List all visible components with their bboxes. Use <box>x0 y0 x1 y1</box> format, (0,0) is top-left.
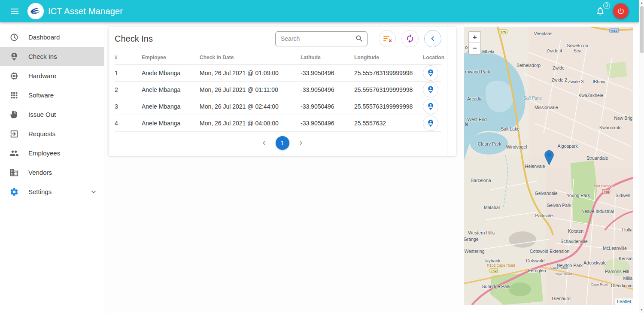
cell-num: 1 <box>115 65 142 82</box>
sidebar-item-label: Check Ins <box>28 53 98 60</box>
sidebar-item-label: Vendors <box>28 169 98 176</box>
map-label: Sidwell <box>616 193 630 198</box>
clear-filter-button[interactable] <box>379 30 396 47</box>
column-header: Employee <box>142 51 200 65</box>
map-label: Cleary Park <box>478 141 501 146</box>
cell-employee: Anele Mbanga <box>142 65 200 82</box>
map-label: Cape Road <box>591 283 608 286</box>
app-root: ICT Asset Manager 0 Dashboard Check Ins … <box>0 0 644 313</box>
refresh-button[interactable] <box>401 30 419 47</box>
map-label: Korsten <box>568 228 583 234</box>
column-header: Longitude <box>354 51 423 65</box>
map-marker[interactable] <box>544 150 554 165</box>
map-label: Malabar <box>484 205 500 210</box>
collapse-panel-button[interactable] <box>424 30 441 47</box>
pagination-prev-button[interactable] <box>258 137 270 149</box>
sidebar-item-label: Settings <box>28 188 80 195</box>
map-label: Windvogel <box>506 144 527 149</box>
column-header: # <box>115 51 142 65</box>
cell-employee: Anele Mbanga <box>142 98 200 115</box>
row-location-button[interactable] <box>423 65 438 81</box>
map-label: Zwide 2 <box>551 77 567 82</box>
cell-num: 2 <box>115 82 142 98</box>
search-icon <box>355 34 364 43</box>
refresh-icon <box>405 34 415 43</box>
column-header: Location <box>423 51 441 65</box>
map-label: Kensin <box>619 256 632 261</box>
cell-lng: 25.555763199999998 <box>354 98 423 115</box>
cell-lng: 25.555763199999998 <box>354 65 423 82</box>
notifications-button[interactable]: 0 <box>592 3 609 20</box>
sidebar-item-vendors[interactable]: Vendors <box>0 163 104 182</box>
sidebar-item-hardware[interactable]: Hardware <box>0 66 104 85</box>
sidebar-item-issue-out[interactable]: Issue Out <box>0 105 104 124</box>
map-label: Struandale <box>586 155 608 161</box>
cell-lat: -33.9050496 <box>301 82 354 98</box>
cell-date: Mon, 26 Jul 2021 @ 01:09:00 <box>200 65 301 82</box>
pagination-next-button[interactable] <box>295 137 307 149</box>
column-header: Latitude <box>301 51 354 65</box>
topbar: ICT Asset Manager 0 <box>0 0 639 22</box>
cell-location <box>423 115 441 132</box>
map-label: KwaZakhele <box>578 93 603 98</box>
zoom-in-button[interactable]: + <box>469 32 480 43</box>
map-label: 748 <box>602 189 610 194</box>
exit-icon <box>9 129 19 139</box>
people-icon <box>9 149 19 158</box>
row-location-button[interactable] <box>423 99 438 114</box>
map-label: le <box>465 122 468 127</box>
map-label: Young Park <box>567 193 590 198</box>
page-scrollbar[interactable] <box>639 0 644 313</box>
filter-remove-icon <box>383 34 392 43</box>
cell-employee: Anele Mbanga <box>142 115 200 132</box>
sidebar-item-dashboard[interactable]: Dashboard <box>0 27 104 47</box>
checkins-card: Check Ins #EmployeeCheck In DateLatitude… <box>109 27 456 156</box>
map-label: Western Hills <box>468 230 495 235</box>
sidebar-item-software[interactable]: Software <box>0 85 104 105</box>
app-title: ICT Asset Manager <box>48 6 123 16</box>
map-label: Westering <box>464 249 484 254</box>
map-label: Parkside <box>535 213 553 218</box>
map-label: Zwide 3 <box>568 79 584 84</box>
toolbar <box>379 30 441 47</box>
cell-lat: -33.9050496 <box>301 115 354 132</box>
sidebar-item-check-ins[interactable]: Check Ins <box>0 47 104 66</box>
scrollbar-thumb[interactable] <box>640 6 644 53</box>
main-content: Check Ins #EmployeeCheck In DateLatitude… <box>105 22 464 313</box>
leaflet-link[interactable]: Leaflet <box>617 299 631 304</box>
chevron-down-icon <box>89 188 98 196</box>
zoom-out-button[interactable]: − <box>469 43 480 54</box>
cell-num: 3 <box>115 98 142 115</box>
map-label: Neave Industrial <box>581 209 614 214</box>
map-label: Sunridge Park <box>482 284 511 289</box>
person-pin-icon <box>9 52 19 61</box>
row-location-button[interactable] <box>423 115 438 131</box>
sidebar-item-label: Requests <box>28 130 98 137</box>
pagination-page-button[interactable]: 1 <box>276 136 289 150</box>
cell-location <box>423 82 441 98</box>
logout-button[interactable] <box>613 3 629 19</box>
scrollbar-up-arrow[interactable] <box>639 0 644 6</box>
settings-icon <box>9 187 19 197</box>
row-location-button[interactable] <box>423 82 438 97</box>
sidebar-item-requests[interactable]: Requests <box>0 124 104 143</box>
map-zoom-control: + − <box>468 31 481 55</box>
app-logo <box>27 3 44 19</box>
map-label: Algoapark <box>557 143 577 149</box>
search-input[interactable] <box>275 31 368 46</box>
map-attribution: Leaflet <box>615 298 633 305</box>
notification-badge: 0 <box>603 2 610 9</box>
person-pin-icon <box>426 102 435 111</box>
menu-button[interactable] <box>6 3 23 20</box>
cell-date: Mon, 26 Jul 2021 @ 02:44:00 <box>200 98 301 115</box>
map-label: Veeplaas <box>534 31 552 36</box>
sidebar-item-employees[interactable]: Employees <box>0 143 104 163</box>
map[interactable]: M19R75VeeplaasSoweto on SeaZwide 4Govan … <box>464 27 633 305</box>
cell-lat: -33.9050496 <box>301 98 354 115</box>
scrollbar-down-arrow[interactable] <box>639 307 644 313</box>
map-label: Milla <box>623 276 632 281</box>
map-label: Salt Pans <box>523 95 542 100</box>
person-pin-icon <box>426 69 435 77</box>
menu-icon <box>9 6 20 16</box>
sidebar-item-settings[interactable]: Settings <box>0 182 104 201</box>
